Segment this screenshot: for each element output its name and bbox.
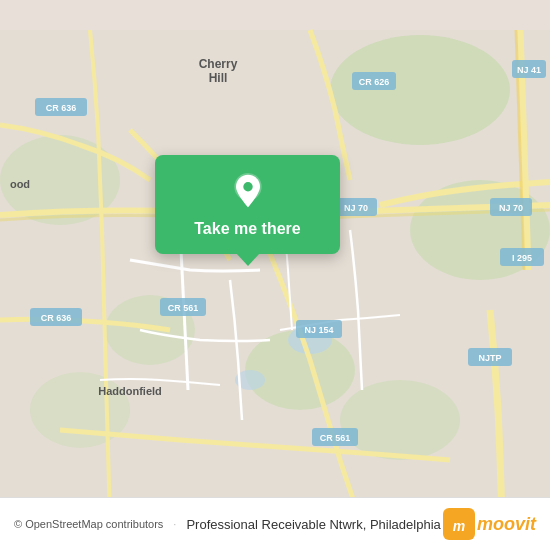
svg-text:Cherry: Cherry [199,57,238,71]
svg-text:ood: ood [10,178,30,190]
svg-text:NJ 41: NJ 41 [517,65,541,75]
svg-point-6 [340,380,460,460]
popup-label: Take me there [194,219,300,240]
svg-text:NJ 70: NJ 70 [499,203,523,213]
svg-text:CR 561: CR 561 [168,303,199,313]
svg-text:CR 636: CR 636 [46,103,77,113]
popup-card[interactable]: Take me there [155,155,340,254]
moovit-icon: m [443,508,475,540]
separator: · [173,518,176,530]
bottom-bar: © OpenStreetMap contributors · Professio… [0,497,550,550]
copyright-text: © OpenStreetMap contributors [14,518,163,530]
svg-text:CR 561: CR 561 [320,433,351,443]
svg-text:CR 626: CR 626 [359,77,390,87]
svg-text:CR 636: CR 636 [41,313,72,323]
svg-text:I 295: I 295 [512,253,532,263]
moovit-text: moovit [477,514,536,535]
bottom-left: © OpenStreetMap contributors · Professio… [14,517,441,532]
moovit-logo: m moovit [443,508,536,540]
svg-text:m: m [453,518,465,534]
svg-text:Hill: Hill [209,71,228,85]
svg-point-40 [243,182,252,191]
svg-text:NJ 70: NJ 70 [344,203,368,213]
svg-text:NJTP: NJTP [478,353,501,363]
map-background: CR 636 NJ 70 NJ 70 NJ 41 I 295 NJTP CR 6… [0,0,550,550]
svg-text:NJ 154: NJ 154 [304,325,333,335]
svg-text:Haddonfield: Haddonfield [98,385,162,397]
map-container: CR 636 NJ 70 NJ 70 NJ 41 I 295 NJTP CR 6… [0,0,550,550]
location-pin-icon [230,173,266,209]
location-name: Professional Receivable Ntwrk, Philadelp… [186,517,440,532]
